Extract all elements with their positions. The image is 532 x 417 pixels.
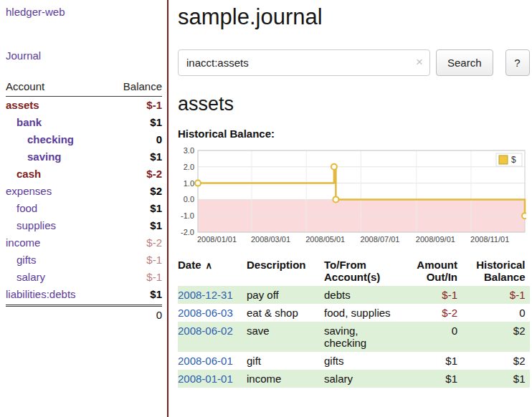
account-link-checking[interactable]: checking <box>6 131 74 148</box>
search-input-wrap: × <box>178 49 430 76</box>
account-row: income$-2 <box>6 234 162 251</box>
main-content: sample.journal × Search ? assets Histori… <box>168 0 532 417</box>
account-link-supplies[interactable]: supplies <box>6 217 56 234</box>
svg-text:2008/03/01: 2008/03/01 <box>251 235 290 244</box>
amount-cell: 0 <box>404 322 462 352</box>
description-cell: pay off <box>247 286 324 304</box>
account-column-label: Account <box>6 80 44 92</box>
balance-cell: $2 <box>462 352 530 370</box>
balance-cell: 0 <box>462 304 530 322</box>
account-link-saving[interactable]: saving <box>6 148 62 166</box>
table-row: 2008-01-01incomesalary$1$1 <box>178 370 530 388</box>
column-header-accounts: To/FromAccount(s) <box>324 259 404 286</box>
svg-text:3.0: 3.0 <box>184 146 194 155</box>
description-cell: save <box>247 322 324 352</box>
svg-text:-2.0: -2.0 <box>181 228 194 236</box>
svg-text:2008/11/01: 2008/11/01 <box>470 235 509 244</box>
table-row: 2008-12-31pay offdebts$-1$-1 <box>178 286 530 304</box>
table-header-row: Date∧ Description To/FromAccount(s) Amou… <box>178 259 530 286</box>
account-link-bank[interactable]: bank <box>6 114 42 131</box>
svg-text:$: $ <box>511 155 516 165</box>
clear-search-icon[interactable]: × <box>416 55 423 70</box>
table-row: 2008-06-03eat & shopfood, supplies$-20 <box>178 304 530 322</box>
svg-text:0.0: 0.0 <box>184 195 194 203</box>
account-row: bank$1 <box>6 114 162 131</box>
table-row: 2008-06-02savesaving, checking0$2 <box>178 322 530 352</box>
section-heading-assets: assets <box>178 93 530 115</box>
date-cell: 2008-12-31 <box>178 286 247 304</box>
account-link-liabilities-debts[interactable]: liabilities:debts <box>6 286 76 303</box>
account-row: checking0 <box>6 131 162 148</box>
account-link-assets[interactable]: assets <box>6 97 39 114</box>
account-balance: $1 <box>150 148 162 166</box>
account-tree: assets$-1bank$1checking0saving$1cash$-2e… <box>6 97 162 303</box>
account-link-expenses[interactable]: expenses <box>6 183 52 200</box>
column-header-balance: HistoricalBalance <box>462 259 530 286</box>
account-balance: $-2 <box>146 166 162 183</box>
account-row: cash$-2 <box>6 166 162 183</box>
accounts-cell: gifts <box>324 352 404 370</box>
total-balance: 0 <box>156 307 162 324</box>
account-link-gifts[interactable]: gifts <box>6 251 37 269</box>
account-link-food[interactable]: food <box>6 200 37 217</box>
amount-cell: $1 <box>404 370 462 388</box>
accounts-cell: salary <box>324 370 404 388</box>
account-row: supplies$1 <box>6 217 162 234</box>
sort-asc-icon: ∧ <box>206 260 213 271</box>
svg-text:2008/09/01: 2008/09/01 <box>416 235 455 244</box>
date-cell: 2008-01-01 <box>178 370 247 388</box>
search-bar: × Search ? <box>178 49 530 76</box>
page-title: sample.journal <box>178 4 530 30</box>
account-link-cash[interactable]: cash <box>6 166 41 183</box>
sidebar: hledger-web Journal Account Balance asse… <box>0 0 168 417</box>
svg-text:-1.0: -1.0 <box>181 211 194 220</box>
account-balance: 0 <box>156 131 162 148</box>
balance-chart: $3.02.01.00.0-1.0-2.02008/01/012008/03/0… <box>178 145 530 249</box>
account-row: food$1 <box>6 200 162 217</box>
table-row: 2008-06-01giftgifts$1$2 <box>178 352 530 370</box>
brand-link[interactable]: hledger-web <box>6 6 162 18</box>
register-table: Date∧ Description To/FromAccount(s) Amou… <box>178 259 530 388</box>
amount-cell: $-1 <box>404 286 462 304</box>
account-row: liabilities:debts$1 <box>6 286 162 303</box>
balance-chart-svg: $3.02.01.00.0-1.0-2.02008/01/012008/03/0… <box>178 145 526 246</box>
total-row: 0 <box>6 305 162 324</box>
amount-cell: $-2 <box>404 304 462 322</box>
description-cell: gift <box>247 352 324 370</box>
svg-text:2.0: 2.0 <box>184 162 194 171</box>
date-cell: 2008-06-02 <box>178 322 247 352</box>
accounts-cell: saving, checking <box>324 322 404 352</box>
search-input[interactable] <box>178 49 430 76</box>
svg-text:1.0: 1.0 <box>184 178 194 187</box>
account-row: salary$-1 <box>6 269 162 286</box>
help-button[interactable]: ? <box>505 49 530 76</box>
account-balance: $-1 <box>146 97 162 114</box>
account-balance: $-2 <box>146 234 162 251</box>
account-balance: $1 <box>150 114 162 131</box>
date-link[interactable]: 2008-06-01 <box>178 355 233 367</box>
account-balance: $-1 <box>146 269 162 286</box>
date-link[interactable]: 2008-06-03 <box>178 307 233 319</box>
date-cell: 2008-06-03 <box>178 304 247 322</box>
account-row: saving$1 <box>6 148 162 166</box>
date-link[interactable]: 2008-01-01 <box>178 373 233 385</box>
account-link-income[interactable]: income <box>6 234 40 251</box>
column-header-description: Description <box>247 259 324 286</box>
account-balance: $1 <box>150 217 162 234</box>
account-link-salary[interactable]: salary <box>6 269 45 286</box>
column-header-date[interactable]: Date∧ <box>178 259 247 286</box>
account-balance: $2 <box>150 183 162 200</box>
column-header-date-label: Date <box>178 259 201 271</box>
account-tree-header: Account Balance <box>6 80 162 97</box>
amount-cell: $1 <box>404 352 462 370</box>
account-row: expenses$2 <box>6 183 162 200</box>
search-button[interactable]: Search <box>436 49 493 76</box>
description-cell: income <box>247 370 324 388</box>
date-link[interactable]: 2008-12-31 <box>178 289 233 301</box>
description-cell: eat & shop <box>247 304 324 322</box>
chart-title: Historical Balance: <box>178 128 530 140</box>
account-balance: $1 <box>150 200 162 217</box>
accounts-cell: food, supplies <box>324 304 404 322</box>
nav-journal-link[interactable]: Journal <box>6 49 162 62</box>
date-link[interactable]: 2008-06-02 <box>178 325 233 337</box>
